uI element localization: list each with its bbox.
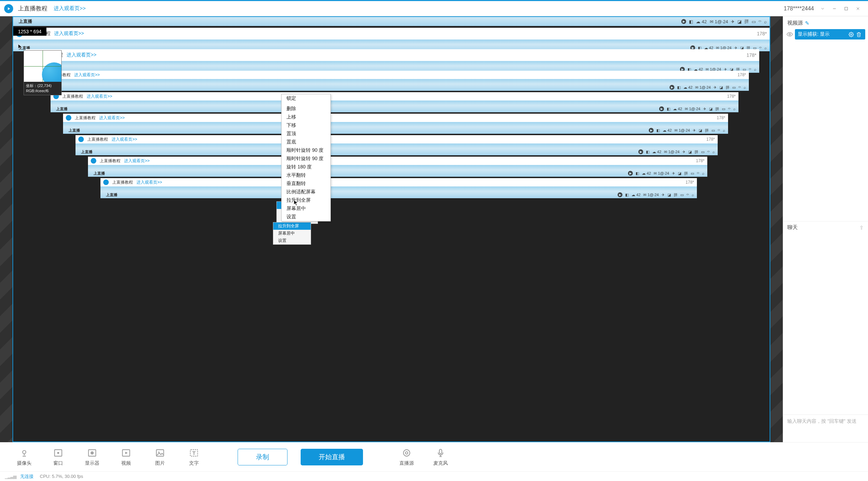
video-source-item[interactable]: 显示捕获: 显示 — [795, 29, 865, 40]
source-context-menu[interactable]: 锁定删除上移下移置顶置底顺时针旋转 90 度顺时针旋转 90 度旋转 180 度… — [281, 94, 331, 221]
cursor-icon — [18, 44, 23, 50]
app-logo — [4, 4, 13, 13]
account-label: 178****2444 — [784, 6, 814, 12]
context-menu-item[interactable]: 垂直翻转 — [282, 180, 330, 188]
sources-header-label: 视频源 — [787, 20, 803, 26]
toggle-visibility-icon[interactable] — [786, 30, 794, 38]
chat-header: 聊天 ⇪ — [783, 221, 868, 234]
context-menu-item[interactable]: 屏幕居中 — [282, 204, 330, 213]
add-window-button[interactable]: 窗口 — [48, 448, 69, 466]
svg-rect-13 — [157, 449, 164, 456]
add-display-button[interactable]: 显示器 — [82, 448, 103, 466]
chat-messages — [783, 234, 868, 414]
add-camera-button[interactable]: 摄像头 — [14, 448, 35, 466]
context-menu-item[interactable]: 旋转 180 度 — [282, 163, 330, 171]
display-icon — [87, 448, 97, 458]
svg-point-4 — [789, 34, 791, 35]
title-bar: 上直播教程 进入观看页>> 178****2444 — [0, 1, 868, 16]
context-menu-item[interactable]: 设置 — [282, 213, 330, 221]
rename-icon[interactable]: ✎ — [805, 20, 809, 26]
mic-icon — [435, 448, 446, 458]
gear-icon — [401, 448, 412, 458]
context-menu-item[interactable]: 置顶 — [282, 130, 330, 138]
svg-point-17 — [404, 449, 410, 456]
chat-pin-icon[interactable]: ⇪ — [859, 225, 864, 231]
wifi-icon: ⌔ — [759, 19, 761, 24]
battery-icon: ▭ — [752, 19, 756, 24]
chat-input[interactable]: 输入聊天内容，按 "回车键" 发送 — [783, 414, 868, 442]
maximize-button[interactable] — [840, 3, 852, 15]
zoom-rgb: RGB:#ceecf6 — [26, 88, 59, 94]
camera-icon — [19, 448, 29, 458]
svg-point-5 — [850, 34, 852, 35]
context-menu-item[interactable]: 顺时针旋转 90 度 — [282, 155, 330, 163]
cursor-icon — [294, 200, 299, 206]
cpu-fps-status: CPU: 5.7%, 30.00 fps — [40, 474, 83, 479]
context-menu-item[interactable]: 比例适配屏幕 — [282, 188, 330, 196]
selection-size-badge: 1253 * 694 — [13, 27, 46, 36]
bottom-toolbar: 摄像头 窗口 显示器 视频 图片 文字 录制 开始直播 直播源 — [0, 442, 868, 471]
app-title: 上直播教程 — [18, 5, 47, 12]
search-icon: ⌕ — [764, 19, 767, 24]
status-bar: ▁▂▃▅ 无连接 CPU: 5.7%, 30.00 fps — [0, 471, 868, 481]
window-icon — [53, 448, 63, 458]
pixel-zoom-inspector: 坐标：(22,734) RGB:#ceecf6 — [24, 50, 62, 95]
live-source-button[interactable]: 直播源 — [396, 448, 417, 466]
svg-rect-18 — [440, 449, 442, 454]
finder-icon: ◪ — [737, 19, 742, 24]
context-menu-item[interactable]: 置底 — [282, 138, 330, 146]
context-menu-item[interactable]: 下移 — [282, 121, 330, 130]
sources-header: 视频源 ✎ — [783, 16, 868, 28]
account-dropdown[interactable] — [817, 3, 829, 15]
add-video-button[interactable]: 视频 — [116, 448, 136, 466]
svg-point-16 — [406, 452, 408, 454]
video-icon — [121, 448, 131, 458]
context-menu-item[interactable]: 顺时针旋转 90 度 — [282, 146, 330, 155]
image-icon — [155, 448, 165, 458]
send-icon: ✈ — [731, 19, 735, 24]
context-menu-item[interactable]: 水平翻转 — [282, 171, 330, 180]
close-button[interactable] — [852, 3, 864, 15]
microphone-button[interactable]: 麦克风 — [430, 448, 451, 466]
context-menu-item[interactable]: 删除 — [282, 105, 330, 113]
connection-status: 无连接 — [20, 473, 34, 480]
svg-rect-1 — [845, 7, 848, 10]
start-live-button[interactable]: 开始直播 — [301, 449, 363, 465]
context-menu-item[interactable]: 上移 — [282, 113, 330, 121]
compass-icon: ◧ — [689, 19, 693, 24]
svg-point-6 — [23, 451, 26, 454]
chat-header-label: 聊天 — [787, 224, 798, 231]
add-text-button[interactable]: 文字 — [184, 448, 204, 466]
source-settings-icon[interactable] — [847, 32, 855, 37]
add-image-button[interactable]: 图片 — [150, 448, 170, 466]
nested-context-menu: 拉升到全屏屏幕居中设置 — [273, 222, 311, 245]
zoom-coord: 坐标：(22,734) — [26, 83, 59, 88]
record-button[interactable]: 录制 — [238, 449, 287, 465]
side-panel: 视频源 ✎ 显示捕获: 显示 聊天 — [783, 16, 868, 442]
minimize-button[interactable] — [829, 3, 840, 15]
signal-icon: ▁▂▃▅ — [5, 474, 16, 479]
preview-canvas[interactable]: 上直播 ▶ ◧ ☁ 42 ✉ 1@·24 ✈ ◪ 拼 ▭ ⌔ ⌕ 1253 * … — [0, 16, 783, 442]
text-icon — [189, 448, 199, 458]
mail-icon: ✉ 1@·24 — [710, 19, 728, 24]
logo-menu-icon: ▶ — [681, 19, 686, 24]
video-source-label: 显示捕获: 显示 — [798, 31, 847, 37]
svg-marker-12 — [125, 452, 128, 454]
mac-menubar: 上直播 ▶ ◧ ☁ 42 ✉ 1@·24 ✈ ◪ 拼 ▭ ⌔ ⌕ — [13, 17, 770, 26]
enter-view-link[interactable]: 进入观看页>> — [54, 5, 86, 12]
wechat-icon: ☁ 42 — [696, 19, 707, 24]
svg-point-8 — [57, 452, 59, 454]
source-delete-icon[interactable] — [855, 32, 862, 37]
context-menu-item[interactable]: 拉升到全屏 — [282, 196, 330, 204]
ime-icon: 拼 — [744, 18, 749, 25]
mac-app-title: 上直播 — [19, 18, 32, 25]
